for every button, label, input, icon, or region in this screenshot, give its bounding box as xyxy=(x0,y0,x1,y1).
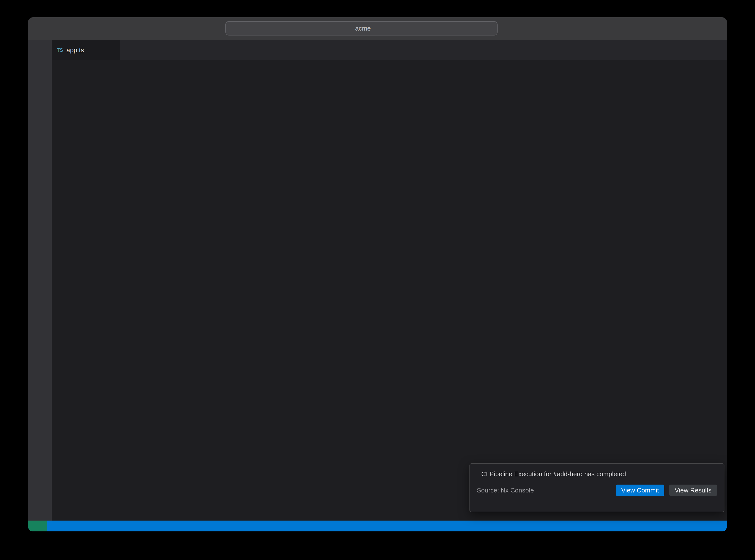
editor-group: TS app.ts xyxy=(52,40,727,521)
status-bar xyxy=(28,521,727,532)
window-controls xyxy=(35,26,61,32)
zoom-window-button[interactable] xyxy=(55,26,61,32)
copilot-menu-button[interactable] xyxy=(504,22,505,36)
remote-indicator[interactable] xyxy=(28,521,47,532)
title-bar: acme xyxy=(28,17,727,40)
notification-toast: CI Pipeline Execution for #add-hero has … xyxy=(470,463,724,512)
notification-source: Source: Nx Console xyxy=(477,486,611,494)
code-editor[interactable] xyxy=(52,74,727,521)
breadcrumb xyxy=(52,60,727,74)
notification-title: CI Pipeline Execution for #add-hero has … xyxy=(481,470,706,478)
activity-bar xyxy=(28,40,52,521)
editor-actions xyxy=(719,40,727,60)
vscode-window: acme TS app.ts xyxy=(28,17,727,532)
tab-app-ts[interactable]: TS app.ts xyxy=(52,40,120,60)
view-results-button[interactable]: View Results xyxy=(669,485,717,496)
tab-label: app.ts xyxy=(66,46,84,54)
view-commit-button[interactable]: View Commit xyxy=(616,485,664,496)
search-value: acme xyxy=(355,25,371,32)
minimize-window-button[interactable] xyxy=(45,26,51,32)
tab-bar: TS app.ts xyxy=(52,40,727,60)
close-window-button[interactable] xyxy=(35,26,41,32)
desktop: acme TS app.ts xyxy=(0,0,755,560)
typescript-icon: TS xyxy=(57,47,63,53)
command-center-search[interactable]: acme xyxy=(225,21,498,36)
